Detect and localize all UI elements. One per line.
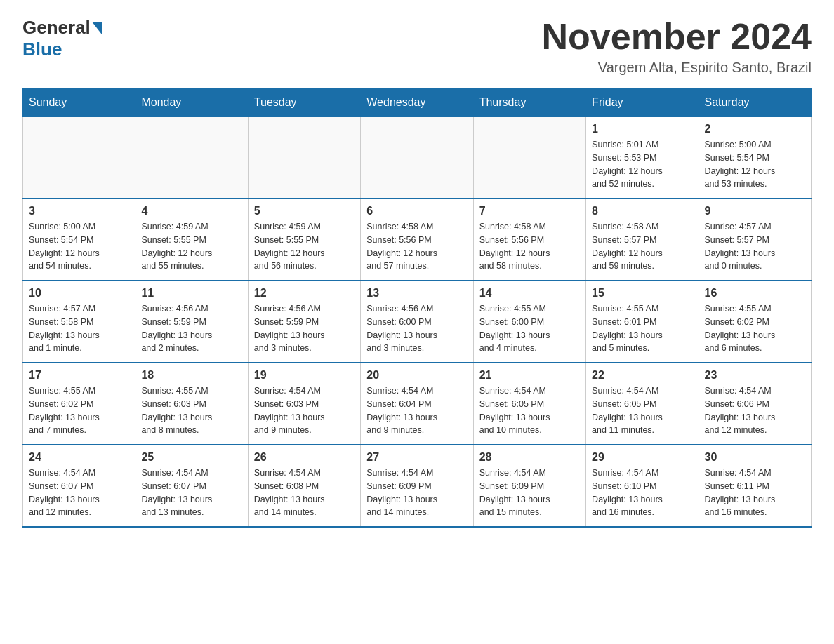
day-info: Sunrise: 4:55 AMSunset: 6:03 PMDaylight:…: [141, 384, 241, 437]
day-number: 26: [254, 451, 355, 464]
day-info: Sunrise: 4:54 AMSunset: 6:07 PMDaylight:…: [29, 467, 129, 519]
calendar-cell: 21Sunrise: 4:54 AMSunset: 6:05 PMDayligh…: [473, 363, 585, 445]
calendar-cell: 23Sunrise: 4:54 AMSunset: 6:06 PMDayligh…: [699, 363, 811, 445]
day-number: 5: [254, 205, 355, 217]
day-info: Sunrise: 4:58 AMSunset: 5:57 PMDaylight:…: [592, 220, 692, 273]
day-number: 14: [479, 287, 580, 300]
calendar-cell: 5Sunrise: 4:59 AMSunset: 5:55 PMDaylight…: [248, 199, 360, 281]
day-number: 23: [705, 369, 805, 382]
day-number: 16: [705, 287, 805, 300]
calendar-cell: 10Sunrise: 4:57 AMSunset: 5:58 PMDayligh…: [23, 281, 135, 363]
calendar-cell: 14Sunrise: 4:55 AMSunset: 6:00 PMDayligh…: [473, 281, 585, 363]
calendar-cell: 12Sunrise: 4:56 AMSunset: 5:59 PMDayligh…: [248, 281, 360, 363]
day-number: 18: [141, 369, 241, 382]
calendar-cell: 30Sunrise: 4:54 AMSunset: 6:11 PMDayligh…: [699, 445, 811, 527]
day-number: 22: [592, 369, 692, 382]
day-info: Sunrise: 4:57 AMSunset: 5:58 PMDaylight:…: [29, 302, 129, 355]
day-number: 4: [141, 205, 241, 217]
day-info: Sunrise: 4:54 AMSunset: 6:06 PMDaylight:…: [705, 384, 805, 437]
day-info: Sunrise: 4:54 AMSunset: 6:05 PMDaylight:…: [479, 384, 580, 437]
day-number: 30: [705, 451, 805, 464]
calendar-cell: [361, 116, 473, 199]
day-info: Sunrise: 4:58 AMSunset: 5:56 PMDaylight:…: [366, 220, 467, 273]
day-info: Sunrise: 4:54 AMSunset: 6:05 PMDaylight:…: [592, 384, 692, 437]
day-number: 6: [366, 205, 467, 217]
day-info: Sunrise: 4:57 AMSunset: 5:57 PMDaylight:…: [705, 220, 805, 273]
calendar-cell: 2Sunrise: 5:00 AMSunset: 5:54 PMDaylight…: [699, 116, 811, 199]
calendar-cell: [473, 116, 585, 199]
calendar-cell: 29Sunrise: 4:54 AMSunset: 6:10 PMDayligh…: [586, 445, 699, 527]
day-info: Sunrise: 4:59 AMSunset: 5:55 PMDaylight:…: [254, 220, 355, 273]
day-number: 24: [29, 451, 129, 464]
day-info: Sunrise: 4:54 AMSunset: 6:07 PMDaylight:…: [141, 467, 241, 519]
calendar-table: SundayMondayTuesdayWednesdayThursdayFrid…: [22, 88, 812, 528]
calendar-cell: 3Sunrise: 5:00 AMSunset: 5:54 PMDaylight…: [23, 199, 135, 281]
logo-blue-text: Blue: [22, 39, 62, 60]
calendar-cell: 1Sunrise: 5:01 AMSunset: 5:53 PMDaylight…: [586, 116, 699, 199]
logo-general-text: General: [22, 17, 91, 39]
calendar-cell: [135, 116, 248, 199]
month-year-title: November 2024: [542, 17, 812, 57]
day-number: 3: [29, 205, 129, 217]
day-number: 15: [592, 287, 692, 300]
day-info: Sunrise: 4:54 AMSunset: 6:09 PMDaylight:…: [479, 467, 580, 519]
calendar-cell: 16Sunrise: 4:55 AMSunset: 6:02 PMDayligh…: [699, 281, 811, 363]
calendar-cell: 18Sunrise: 4:55 AMSunset: 6:03 PMDayligh…: [135, 363, 248, 445]
day-info: Sunrise: 4:55 AMSunset: 6:01 PMDaylight:…: [592, 302, 692, 355]
logo: General Blue: [22, 17, 103, 60]
calendar-cell: 27Sunrise: 4:54 AMSunset: 6:09 PMDayligh…: [361, 445, 473, 527]
calendar-cell: 17Sunrise: 4:55 AMSunset: 6:02 PMDayligh…: [23, 363, 135, 445]
day-info: Sunrise: 4:54 AMSunset: 6:04 PMDaylight:…: [366, 384, 467, 437]
day-number: 1: [592, 123, 692, 135]
weekday-header-saturday: Saturday: [699, 89, 811, 117]
calendar-cell: 24Sunrise: 4:54 AMSunset: 6:07 PMDayligh…: [23, 445, 135, 527]
day-info: Sunrise: 4:59 AMSunset: 5:55 PMDaylight:…: [141, 220, 241, 273]
calendar-cell: 11Sunrise: 4:56 AMSunset: 5:59 PMDayligh…: [135, 281, 248, 363]
day-number: 2: [705, 123, 805, 135]
calendar-cell: 13Sunrise: 4:56 AMSunset: 6:00 PMDayligh…: [361, 281, 473, 363]
day-info: Sunrise: 4:56 AMSunset: 5:59 PMDaylight:…: [141, 302, 241, 355]
day-number: 21: [479, 369, 580, 382]
day-info: Sunrise: 4:55 AMSunset: 6:02 PMDaylight:…: [705, 302, 805, 355]
day-number: 27: [366, 451, 467, 464]
calendar-cell: 4Sunrise: 4:59 AMSunset: 5:55 PMDaylight…: [135, 199, 248, 281]
weekday-header-row: SundayMondayTuesdayWednesdayThursdayFrid…: [23, 89, 812, 117]
week-row-5: 24Sunrise: 4:54 AMSunset: 6:07 PMDayligh…: [23, 445, 812, 527]
day-info: Sunrise: 4:55 AMSunset: 6:02 PMDaylight:…: [29, 384, 129, 437]
week-row-4: 17Sunrise: 4:55 AMSunset: 6:02 PMDayligh…: [23, 363, 812, 445]
day-info: Sunrise: 4:54 AMSunset: 6:03 PMDaylight:…: [254, 384, 355, 437]
day-number: 19: [254, 369, 355, 382]
day-number: 7: [479, 205, 580, 217]
day-number: 13: [366, 287, 467, 300]
week-row-2: 3Sunrise: 5:00 AMSunset: 5:54 PMDaylight…: [23, 199, 812, 281]
day-number: 17: [29, 369, 129, 382]
calendar-cell: 28Sunrise: 4:54 AMSunset: 6:09 PMDayligh…: [473, 445, 585, 527]
day-info: Sunrise: 5:00 AMSunset: 5:54 PMDaylight:…: [29, 220, 129, 273]
calendar-cell: 9Sunrise: 4:57 AMSunset: 5:57 PMDaylight…: [699, 199, 811, 281]
day-number: 12: [254, 287, 355, 300]
week-row-3: 10Sunrise: 4:57 AMSunset: 5:58 PMDayligh…: [23, 281, 812, 363]
calendar-cell: 25Sunrise: 4:54 AMSunset: 6:07 PMDayligh…: [135, 445, 248, 527]
calendar-cell: 19Sunrise: 4:54 AMSunset: 6:03 PMDayligh…: [248, 363, 360, 445]
day-info: Sunrise: 4:56 AMSunset: 6:00 PMDaylight:…: [366, 302, 467, 355]
calendar-cell: 8Sunrise: 4:58 AMSunset: 5:57 PMDaylight…: [586, 199, 699, 281]
weekday-header-friday: Friday: [586, 89, 699, 117]
day-number: 29: [592, 451, 692, 464]
calendar-cell: 22Sunrise: 4:54 AMSunset: 6:05 PMDayligh…: [586, 363, 699, 445]
calendar-cell: [23, 116, 135, 199]
day-number: 28: [479, 451, 580, 464]
logo-arrow-icon: [92, 22, 102, 34]
weekday-header-thursday: Thursday: [473, 89, 585, 117]
day-info: Sunrise: 4:54 AMSunset: 6:10 PMDaylight:…: [592, 467, 692, 519]
day-number: 9: [705, 205, 805, 217]
weekday-header-monday: Monday: [135, 89, 248, 117]
title-block: November 2024 Vargem Alta, Espirito Sant…: [542, 17, 812, 76]
day-info: Sunrise: 4:56 AMSunset: 5:59 PMDaylight:…: [254, 302, 355, 355]
page-header: General Blue November 2024 Vargem Alta, …: [22, 17, 812, 76]
calendar-cell: [248, 116, 360, 199]
day-number: 25: [141, 451, 241, 464]
day-number: 10: [29, 287, 129, 300]
day-info: Sunrise: 5:00 AMSunset: 5:54 PMDaylight:…: [705, 138, 805, 191]
day-info: Sunrise: 4:55 AMSunset: 6:00 PMDaylight:…: [479, 302, 580, 355]
weekday-header-wednesday: Wednesday: [361, 89, 473, 117]
